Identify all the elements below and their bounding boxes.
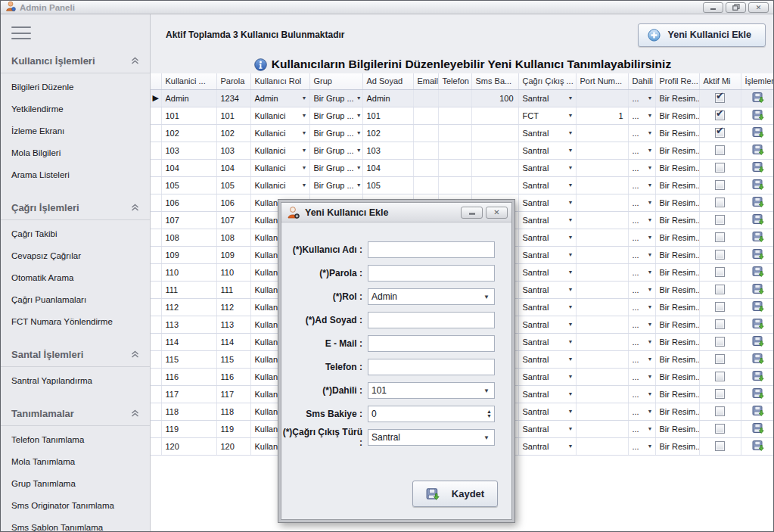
column-header-profil[interactable]: Profil Re...: [655, 73, 699, 89]
cell-kullanici[interactable]: 118: [161, 403, 216, 420]
cell-port[interactable]: [576, 316, 628, 333]
sidebar-item--a-r-puanlamalar-[interactable]: Çağrı Puanlamaları: [11, 289, 139, 311]
cell-parola[interactable]: 112: [216, 298, 250, 316]
field-input[interactable]: [368, 335, 495, 352]
cell-parola[interactable]: 110: [216, 263, 250, 281]
cell-profil[interactable]: Bir Resim...: [655, 89, 699, 107]
save-row-button[interactable]: [741, 89, 774, 107]
dahili-dropdown[interactable]: ...▼: [628, 368, 655, 385]
row-indicator-cell[interactable]: ▶: [151, 89, 161, 107]
row-indicator-header[interactable]: [151, 73, 161, 89]
dahili-dropdown[interactable]: ...▼: [628, 211, 655, 229]
sidebar-item-mola-bilgileri[interactable]: Mola Bilgileri: [11, 142, 139, 164]
save-row-button[interactable]: [741, 229, 774, 246]
cell-sms_bakiye[interactable]: [471, 159, 518, 176]
cell-profil[interactable]: Bir Resim...: [655, 298, 699, 316]
cagri_cikis-dropdown[interactable]: Santral▼: [518, 124, 576, 142]
cell-profil[interactable]: Bir Resim...: [655, 159, 699, 176]
sidebar-group-header[interactable]: Tanımlamalar: [11, 403, 139, 423]
dahili-dropdown[interactable]: ...▼: [628, 229, 655, 246]
cell-kullanici[interactable]: 120: [161, 437, 216, 455]
cell-profil[interactable]: Bir Resim...: [655, 246, 699, 263]
grup-dropdown[interactable]: Bir Grup ...▼: [309, 176, 362, 194]
cell-kullanici[interactable]: 111: [161, 281, 216, 298]
sidebar-item-yetkilendirme[interactable]: Yetkilendirme: [11, 98, 139, 120]
sidebar-item--a-r-takibi[interactable]: Çağrı Takibi: [11, 223, 139, 245]
dahili-dropdown[interactable]: ...▼: [628, 159, 655, 176]
save-row-button[interactable]: [741, 194, 774, 211]
cell-parola[interactable]: 113: [216, 316, 250, 333]
close-button[interactable]: ✕: [748, 2, 769, 13]
aktif-checkbox[interactable]: [715, 110, 725, 120]
dahili-dropdown[interactable]: ...▼: [628, 316, 655, 333]
cell-port[interactable]: [576, 89, 628, 107]
cell-ad_soyad[interactable]: 104: [362, 159, 413, 176]
save-row-button[interactable]: [741, 176, 774, 194]
aktif-checkbox[interactable]: [715, 180, 725, 190]
sidebar-item-fct-numara-y-nlendirme[interactable]: FCT Numara Yönlendirme: [11, 311, 139, 333]
cell-sms_bakiye[interactable]: [471, 142, 518, 159]
save-button[interactable]: Kaydet: [412, 481, 498, 507]
cell-parola[interactable]: 119: [216, 420, 250, 437]
cagri_cikis-dropdown[interactable]: Santral▼: [518, 350, 576, 368]
grup-dropdown[interactable]: Bir Grup ...▼: [309, 159, 362, 176]
aktif-checkbox[interactable]: [715, 250, 725, 260]
cell-parola[interactable]: 103: [216, 142, 250, 159]
save-row-button[interactable]: [741, 159, 774, 176]
cell-telefon[interactable]: [438, 107, 471, 124]
cagri_cikis-dropdown[interactable]: FCT▼: [518, 107, 576, 124]
cell-port[interactable]: [576, 350, 628, 368]
cell-email[interactable]: [413, 142, 438, 159]
cell-profil[interactable]: Bir Resim...: [655, 142, 699, 159]
column-header-rol[interactable]: Kullanıcı Rol: [250, 73, 309, 89]
row-indicator-cell[interactable]: [151, 350, 161, 368]
cell-kullanici[interactable]: 101: [161, 107, 216, 124]
cell-email[interactable]: [413, 107, 438, 124]
dahili-dropdown[interactable]: ...▼: [628, 350, 655, 368]
sidebar-item-sms-originator-tan-mlama[interactable]: Sms Originator Tanımlama: [11, 495, 139, 517]
cell-profil[interactable]: Bir Resim...: [655, 124, 699, 142]
dahili-dropdown[interactable]: ...▼: [628, 298, 655, 316]
cell-port[interactable]: [576, 211, 628, 229]
row-indicator-cell[interactable]: [151, 124, 161, 142]
hamburger-menu-icon[interactable]: [11, 26, 31, 39]
rol-dropdown[interactable]: Kullanici▼: [250, 159, 309, 176]
save-row-button[interactable]: [741, 211, 774, 229]
grup-dropdown[interactable]: Bir Grup ...▼: [309, 107, 362, 124]
dahili-dropdown[interactable]: ...▼: [628, 263, 655, 281]
cagri_cikis-dropdown[interactable]: Santral▼: [518, 159, 576, 176]
save-row-button[interactable]: [741, 263, 774, 281]
dahili-dropdown[interactable]: ...▼: [628, 176, 655, 194]
cell-parola[interactable]: 108: [216, 229, 250, 246]
cell-sms_bakiye[interactable]: [471, 176, 518, 194]
cell-sms_bakiye[interactable]: [471, 124, 518, 142]
cell-profil[interactable]: Bir Resim...: [655, 368, 699, 385]
column-header-grup[interactable]: Grup: [309, 73, 362, 89]
cell-parola[interactable]: 117: [216, 385, 250, 403]
cagri_cikis-dropdown[interactable]: Santral▼: [518, 246, 576, 263]
cell-port[interactable]: [576, 142, 628, 159]
dahili-dropdown[interactable]: ...▼: [628, 333, 655, 350]
cagri_cikis-dropdown[interactable]: Santral▼: [518, 263, 576, 281]
row-indicator-cell[interactable]: [151, 246, 161, 263]
cell-profil[interactable]: Bir Resim...: [655, 403, 699, 420]
column-header-port[interactable]: Port Num...: [576, 73, 628, 89]
add-user-button[interactable]: Yeni Kullanici Ekle: [638, 23, 766, 47]
save-row-button[interactable]: [741, 142, 774, 159]
cell-parola[interactable]: 104: [216, 159, 250, 176]
sidebar-item-arama-listeleri[interactable]: Arama Listeleri: [11, 164, 139, 186]
column-header-dahili[interactable]: Dahili: [628, 73, 655, 89]
cell-port[interactable]: [576, 176, 628, 194]
sidebar-item-otomatik-arama[interactable]: Otomatik Arama: [11, 267, 139, 289]
cell-profil[interactable]: Bir Resim...: [655, 229, 699, 246]
cell-parola[interactable]: 118: [216, 403, 250, 420]
row-indicator-cell[interactable]: [151, 368, 161, 385]
dahili-dropdown[interactable]: ...▼: [628, 420, 655, 437]
cell-port[interactable]: [576, 124, 628, 142]
dahili-dropdown[interactable]: ...▼: [628, 403, 655, 420]
save-row-button[interactable]: [741, 437, 774, 455]
sidebar-item-bilgileri-d-zenle[interactable]: Bilgileri Düzenle: [11, 76, 139, 98]
row-indicator-cell[interactable]: [151, 211, 161, 229]
dahili-dropdown[interactable]: ...▼: [628, 194, 655, 211]
cagri_cikis-dropdown[interactable]: Santral▼: [518, 437, 576, 455]
